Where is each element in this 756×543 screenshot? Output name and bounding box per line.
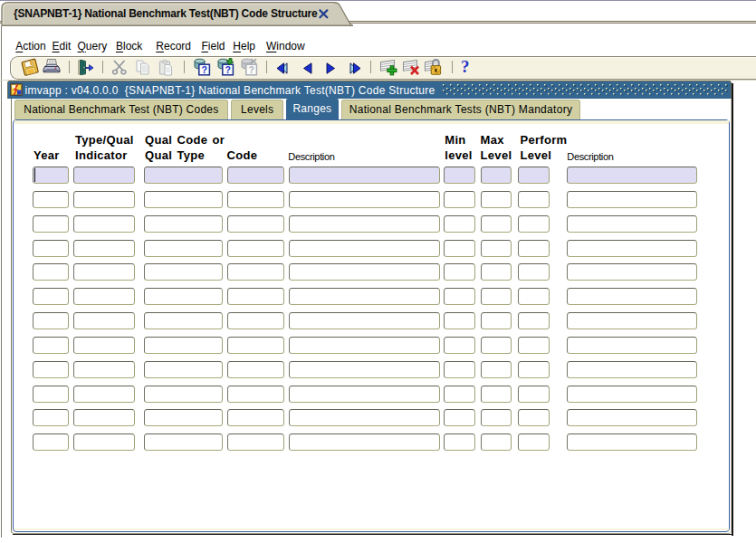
svg-text:?: ? (248, 64, 254, 75)
svg-text:?: ? (201, 64, 206, 75)
svg-text:?: ? (225, 64, 230, 75)
